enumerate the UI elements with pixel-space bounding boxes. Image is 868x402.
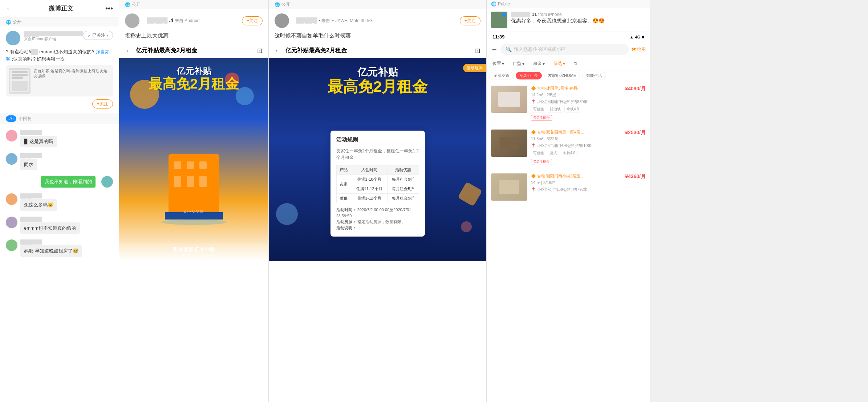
comment-username: ██ █ [20,130,42,135]
blue-dot [502,13,506,17]
panel2-share-icon[interactable]: ⊡ [257,47,263,55]
listing-tags-2: 可租租 复式 木椅4.0 [531,150,621,156]
panel2-back-icon[interactable]: ← [125,46,132,55]
comment-content-self: 我也不知道，刚看到的 [6,176,96,188]
panel2-caption: 堪称史上最大优惠 [119,32,268,44]
search-back-icon[interactable]: ← [491,46,498,53]
more-icon[interactable]: ••• [105,4,113,13]
comment-username: ██ █ [20,193,42,198]
comment-bubble: 同求 [20,159,37,171]
free-rent-tag: 免2月租金 [531,159,552,164]
chevron-icon: ▾ [502,61,504,66]
popup-title: 活动规则 [336,136,419,143]
panel4-filter-tabs: 位置 ▾ 广型 ▾ 租金 ▾ 筛选 ▾ ⇅ [487,57,650,70]
table-cell: 住满1-12个月 [351,194,387,203]
table-cell: 住满1-10个月 [351,175,387,184]
comment-content: ██ █ 同求 [20,153,113,171]
table-cell: 每月租金5折 [387,184,419,194]
panel4-post-meta: ██ ██ █ 11 from iPhone 优惠好多，今夜我也想当北京租客。😍… [487,8,650,32]
tag: 木椅4.0 [561,150,577,156]
listing-right-1: ¥4090/月 [625,86,646,120]
listing-red-tag-1: 免2月租金 [531,114,621,120]
search-icon: 🔍 [506,46,512,52]
search-map-button[interactable]: 🗺 地图 [632,46,646,53]
panel3-rules-badge[interactable]: 活动规则 [463,64,486,72]
filter-tab-sort[interactable]: ⇅ [571,60,580,68]
comment-avatar-self [101,176,113,188]
globe-icon: 🌐 [125,2,130,7]
panel2-post-header: ██ ██ █ .4 来自 Android +关注 [119,9,268,32]
list-item[interactable]: 🔶 合租·建国里3居室-南卧 14.2m² | 2/5层 📍 小区距建国门站步行… [487,81,650,125]
panel1-title: 微博正文 [17,4,105,13]
table-cell: 每月租金9折 [387,175,419,184]
listing-price-3: ¥4360/月 [625,173,646,180]
panel3-avatar [275,13,289,28]
popup-footer: 活动时间： 2020/7/2 00:00:00至2020/7/31 23:59:… [336,207,419,231]
filter-tab-type[interactable]: 广型 ▾ [510,60,527,68]
listing-type-3: 🔶 合租·朝阳门南小街3居室… [531,173,621,179]
panel3-user-info: ██ ██ █ · 来自 HUAWEI Mate 30 5G [296,17,456,24]
quick-filter-youjia[interactable]: 友家6.0ZHOME [544,72,580,79]
table-header-offer: 活动优惠 [387,165,419,175]
quick-filter-free-rent[interactable]: 免2月租金 [516,72,542,79]
comment-avatar [6,193,17,205]
panel3-back-icon[interactable]: ← [275,46,282,55]
panel1-public-badge: 🌐 公开 [0,17,119,26]
panel3-promo-top: 亿元补贴 最高免2月租金 [269,65,486,94]
panel1-username: ██ ██ [24,31,83,36]
back-icon[interactable]: ← [6,4,13,13]
globe-icon: 🌐 [6,20,11,25]
panel-huawei-post: 🌐 公开 ██ ██ █ · 来自 HUAWEI Mate 30 5G +关注 … [269,0,487,402]
search-input[interactable]: 输入您想住的区域或小区 [514,46,624,53]
listing-location-1: 📍 小区距建国门站步行约830米 [531,99,621,104]
list-item: ██ █ 同求 [0,150,119,173]
table-row: 整租 住满1-12个月 每月租金9折 [336,194,419,203]
panel3-promo-main-text: 最高免2月租金 [269,79,486,94]
comment-content: ██ █ 免这么多吗🐱 [20,193,113,211]
panel1-header: ← 微博正文 ••• [0,0,119,17]
panel3-nav-title: 亿元补贴最高免2月租金 [285,47,475,54]
panel3-post-header: ██ ██ █ · 来自 HUAWEI Mate 30 5G +关注 [269,9,486,32]
comment-bubble: 妈耶 早知道晚点租房了😅 [20,245,82,257]
table-header-checkin: 入住时间 [351,165,387,175]
quick-filter-all-vacant[interactable]: 全部空置 [490,72,514,79]
comment-avatar [6,130,17,141]
search-input-box[interactable]: 🔍 输入您想住的区域或小区 [500,44,629,55]
list-item[interactable]: 🔶 合租·朝阳门南小街3居室… 14m² | 3/16层 📍 小区距灯市口站步行… [487,169,650,205]
listing-type-1: 🔶 合租·建国里3居室-南卧 [531,86,621,91]
filter-tab-location[interactable]: 位置 ▾ [490,60,507,68]
table-row: 友家 住满1-10个月 每月租金9折 [336,175,419,184]
listing-right-3: ¥4360/月 [625,173,646,201]
panel3-share-icon[interactable]: ⊡ [475,47,480,55]
comment-content: ██ █ 妈耶 早知道晚点租房了😅 [20,239,113,257]
listing-meta-1: 14.2m² | 2/5层 [531,92,621,98]
comment-bubble: 免这么多吗🐱 [20,199,57,211]
tag: 距地铁 [548,106,563,112]
panel2-follow-button[interactable]: +关注 [242,16,263,25]
listing-meta-2: 11.8m² | 3/22层 [531,136,621,141]
list-item: 我也不知道，刚看到的 [0,173,119,190]
filter-tab-filter[interactable]: 筛选 ▾ [551,60,568,68]
panel4-quick-filters: 全部空置 免2月租金 友家6.0ZHOME 智能生活 [487,70,650,81]
status-icons: ▲ 4G ■ [630,35,644,39]
panel1-follow-button[interactable]: ✓ 已关注 ▾ [83,31,113,40]
panel3-follow-button[interactable]: +关注 [460,16,480,25]
filter-tab-rent[interactable]: 租金 ▾ [530,60,548,68]
panel2-avatar [125,13,139,28]
chevron-icon: ▾ [522,61,524,66]
panel2-user-info: ██ ██ █ .4 来自 Android [147,17,238,24]
panel4-post-content: 优惠好多，今夜我也想当北京租客。😍😍 [511,17,646,25]
listing-info-2: 🔶 合租·双花园南里一区4居… 11.8m² | 3/22层 📍 小区距广渊门外… [531,130,621,164]
chevron-icon: ▾ [563,61,565,66]
panel1-follow-repost-button[interactable]: +关注 [92,99,113,108]
list-item: ██ █ 免这么多吗🐱 [0,190,119,214]
globe-icon: 🌐 [275,2,280,7]
list-item: ██ █ 妈耶 早知道晚点租房了😅 [0,237,119,260]
quick-filter-smart[interactable]: 智能生活 [582,72,606,79]
panel2-promo-top: 亿元补贴 最高免2月租金 [119,65,268,91]
panel1-repost-text: @自如客 这是真的吗 看到微信上有朋友这么说呢 [33,68,110,79]
panel2-promo-main-text: 最高免2月租金 [119,77,268,91]
list-item[interactable]: 🔶 合租·双花园南里一区4居… 11.8m² | 3/22层 📍 小区距广渊门外… [487,125,650,169]
chevron-icon: ▾ [543,61,545,66]
comment-content: ██ █ emmm也不知道真的假的 [20,217,113,234]
